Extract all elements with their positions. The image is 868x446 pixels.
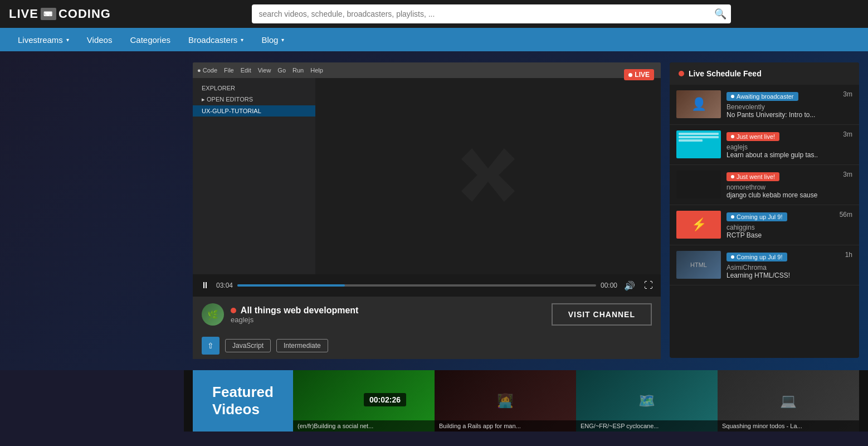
feed-username-1: eaglejs	[726, 143, 837, 151]
feed-status-3: Coming up Jul 9!	[726, 212, 787, 221]
play-pause-button[interactable]: ⏸	[198, 280, 212, 290]
vscode-titlebar: ● Code File Edit View Go Run Help	[193, 62, 661, 78]
live-feed-header: Live Schedule Feed	[670, 62, 859, 85]
progress-fill	[237, 284, 345, 287]
feed-item-4[interactable]: HTML Coming up Jul 9! AsimiChroma Learni…	[670, 245, 859, 285]
feed-item-3[interactable]: ⚡ Coming up Jul 9! cahiggins RCTP Base 5…	[670, 205, 859, 245]
feed-status-dot-0	[731, 95, 734, 98]
channel-title-text: All things web development	[241, 306, 359, 315]
feed-info-3: Coming up Jul 9! cahiggins RCTP Base	[726, 211, 834, 239]
feed-thumb-screen-2	[676, 171, 721, 198]
feed-info-4: Coming up Jul 9! AsimiChroma Learning HT…	[726, 251, 840, 279]
feed-status-dot-1	[731, 135, 734, 138]
sub-nav: Livestreams ▾ Videos Categories Broadcas…	[0, 28, 868, 51]
feed-info-2: Just went live! nomorethrow django club …	[726, 171, 837, 199]
feed-username-0: Benevolently	[726, 103, 837, 111]
feed-thumb-3: ⚡	[676, 211, 721, 239]
feed-status-2: Just went live!	[726, 172, 779, 181]
nav-broadcasters-label: Broadcasters	[188, 35, 237, 45]
feed-thumb-1	[676, 130, 721, 158]
live-badge: LIVE	[624, 69, 654, 80]
nav-livestreams[interactable]: Livestreams ▾	[9, 28, 78, 51]
channel-live-dot	[231, 308, 236, 313]
feed-time-3: 56m	[840, 211, 852, 219]
live-feed-title: Live Schedule Feed	[689, 69, 762, 78]
vscode-editor	[315, 78, 661, 274]
nav-videos[interactable]: Videos	[78, 28, 121, 51]
main-area: ● Code File Edit View Go Run Help EXPLOR…	[0, 51, 868, 370]
feed-status-dot-3	[731, 215, 734, 219]
feed-title-2: django club kebab more sause	[726, 191, 837, 199]
vscode-body: EXPLORER ▸ OPEN EDITORS UX-GULP-TUTORIAL	[193, 78, 661, 274]
feed-time-2: 3m	[843, 171, 852, 178]
feed-item-0[interactable]: 👤 Awaiting broadcaster Benevolently No P…	[670, 85, 859, 125]
feed-status-text-3: Coming up Jul 9!	[737, 214, 783, 220]
featured-thumb-3[interactable]: 💻 Squashing minor todos - La...	[718, 370, 859, 432]
video-info: 🌿 All things web development eaglejs VIS…	[193, 297, 661, 332]
feed-item-1[interactable]: Just went live! eaglejs Learn about a si…	[670, 125, 859, 165]
feed-thumb-screen-1	[676, 130, 721, 158]
feed-status-1: Just went live!	[726, 132, 779, 141]
feed-status-text-1: Just went live!	[737, 133, 775, 140]
feed-title-3: RCTP Base	[726, 231, 834, 239]
vscode-logo-icon	[455, 142, 521, 211]
featured-overlay-2: ENG/~FR/~ESP cyclocane...	[576, 420, 718, 432]
feed-status-text-4: Coming up Jul 9!	[737, 254, 783, 260]
feed-thumb-2	[676, 171, 721, 198]
feed-status-0: Awaiting broadcaster	[726, 92, 798, 101]
nav-blog-label: Blog	[261, 35, 278, 45]
featured-overlay-3: Squashing minor todos - La...	[718, 420, 859, 432]
channel-name: eaglejs	[231, 316, 358, 324]
vscode-sidebar-active: UX-GULP-TUTORIAL	[193, 105, 315, 117]
feed-info-0: Awaiting broadcaster Benevolently No Pan…	[726, 90, 837, 119]
nav-videos-label: Videos	[87, 35, 113, 45]
nav-broadcasters[interactable]: Broadcasters ▾	[179, 28, 252, 51]
total-time: 00:00	[601, 282, 617, 289]
tag-intermediate[interactable]: Intermediate	[276, 339, 328, 352]
vscode-sidebar: EXPLORER ▸ OPEN EDITORS UX-GULP-TUTORIAL	[193, 78, 315, 274]
vscode-menu: ● Code File Edit View Go Run Help	[197, 67, 323, 74]
live-feed: Live Schedule Feed 👤 Awaiting broadcaste…	[670, 62, 859, 358]
nav-livestreams-label: Livestreams	[18, 35, 63, 45]
featured-thumb-2[interactable]: 🗺️ ENG/~FR/~ESP cyclocane...	[576, 370, 718, 432]
volume-button[interactable]: 🔊	[622, 280, 637, 291]
vscode-mock: ● Code File Edit View Go Run Help EXPLOR…	[193, 62, 661, 274]
feed-thumb-screen-3: ⚡	[676, 211, 721, 239]
logo-coding-text: CODING	[58, 7, 111, 21]
visit-channel-button[interactable]: VISIT CHANNEL	[552, 303, 652, 326]
feed-status-dot-2	[731, 175, 734, 178]
featured-overlay-1: Building a Rails app for man...	[435, 420, 576, 432]
search-input[interactable]	[252, 4, 731, 23]
featured-thumb-1[interactable]: 👩‍💻 Building a Rails app for man...	[435, 370, 576, 432]
featured-overlay-0: (en/fr)Building a social net...	[293, 420, 435, 432]
feed-status-text-0: Awaiting broadcaster	[737, 93, 794, 100]
feed-username-2: nomorethrow	[726, 183, 837, 191]
feed-status-4: Coming up Jul 9!	[726, 253, 787, 261]
feed-title-4: Learning HTML/CSS!	[726, 272, 840, 279]
feed-item-2[interactable]: Just went live! nomorethrow django club …	[670, 165, 859, 205]
vscode-sidebar-open-editors: ▸ OPEN EDITORS	[193, 94, 315, 105]
feed-status-text-2: Just went live!	[737, 173, 775, 180]
logo[interactable]: LIVE ⌨ CODING	[9, 7, 111, 21]
feed-time-0: 3m	[843, 90, 852, 98]
search-bar: 🔍	[252, 4, 731, 23]
fullscreen-button[interactable]: ⛶	[642, 280, 655, 290]
nav-blog[interactable]: Blog ▾	[252, 28, 293, 51]
video-controls: ⏸ 03:04 00:00 🔊 ⛶	[193, 274, 661, 297]
progress-bar[interactable]	[237, 284, 596, 287]
nav-categories[interactable]: Categories	[121, 28, 179, 51]
tag-javascript[interactable]: JavaScript	[225, 339, 271, 352]
video-player[interactable]: ● Code File Edit View Go Run Help EXPLOR…	[193, 62, 661, 274]
share-button[interactable]: ⇧	[202, 337, 220, 355]
nav-blog-arrow: ▾	[281, 37, 284, 43]
video-section: ● Code File Edit View Go Run Help EXPLOR…	[193, 62, 661, 359]
search-button[interactable]: 🔍	[714, 8, 726, 20]
featured-label: Featured Videos	[193, 370, 293, 432]
feed-info-1: Just went live! eaglejs Learn about a si…	[726, 130, 837, 159]
feed-time-1: 3m	[843, 130, 852, 138]
channel-details: All things web development eaglejs	[231, 306, 358, 324]
nav-categories-label: Categories	[130, 35, 170, 45]
featured-label-text: Featured Videos	[212, 384, 274, 418]
featured-thumb-0[interactable]: 00:02:26 (en/fr)Building a social net...	[293, 370, 435, 432]
feed-thumb-screen-4: HTML	[676, 251, 721, 279]
